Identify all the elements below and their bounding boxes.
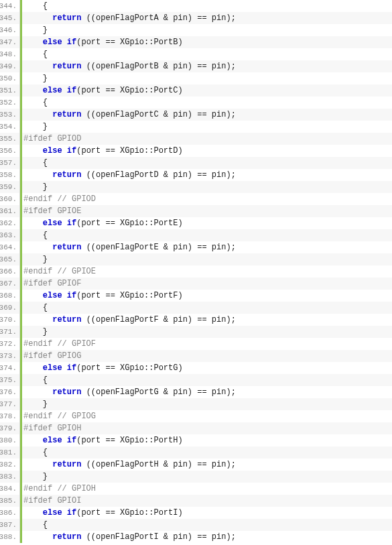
code-line[interactable]: 373.#ifdef GPIOG	[0, 350, 392, 362]
code-content[interactable]: }	[22, 24, 48, 36]
code-line[interactable]: 354. }	[0, 121, 392, 133]
line-number: 370.	[0, 314, 20, 326]
code-content[interactable]: {	[22, 374, 48, 386]
code-line[interactable]: 386. else if(port == XGpio::PortI)	[0, 507, 392, 519]
code-content[interactable]: else if(port == XGpio::PortG)	[22, 362, 183, 374]
code-line[interactable]: 360.#endif // GPIOD	[0, 193, 392, 205]
code-content[interactable]: #endif // GPIOE	[22, 265, 96, 278]
code-content[interactable]: }	[22, 398, 48, 410]
code-line[interactable]: 374. else if(port == XGpio::PortG)	[0, 362, 392, 374]
code-line[interactable]: 379.#ifdef GPIOH	[0, 422, 392, 434]
code-content[interactable]: {	[22, 302, 48, 314]
code-line[interactable]: 387. {	[0, 519, 392, 531]
code-line[interactable]: 344. {	[0, 0, 392, 12]
code-line[interactable]: 371. }	[0, 326, 392, 338]
code-line[interactable]: 369. {	[0, 302, 392, 314]
code-content[interactable]: else if(port == XGpio::PortH)	[22, 434, 183, 446]
code-content[interactable]: else if(port == XGpio::PortC)	[22, 84, 183, 97]
code-content[interactable]: return ((openFlagPortB & pin) == pin);	[22, 60, 236, 72]
code-content[interactable]: else if(port == XGpio::PortB)	[22, 36, 183, 48]
code-line[interactable]: 362. else if(port == XGpio::PortE)	[0, 217, 392, 229]
code-line[interactable]: 355.#ifdef GPIOD	[0, 133, 392, 145]
token-plain: ((openFlagPortC & pin) == pin);	[81, 110, 235, 119]
code-content[interactable]: #ifdef GPIOD	[22, 133, 81, 145]
code-line[interactable]: 356. else if(port == XGpio::PortD)	[0, 145, 392, 157]
code-line[interactable]: 347. else if(port == XGpio::PortB)	[0, 36, 392, 48]
code-line[interactable]: 377. }	[0, 398, 392, 410]
code-content[interactable]: }	[22, 121, 48, 133]
code-content[interactable]: }	[22, 72, 48, 84]
code-line[interactable]: 381. {	[0, 446, 392, 459]
code-line[interactable]: 351. else if(port == XGpio::PortC)	[0, 84, 392, 97]
code-line[interactable]: 350. }	[0, 72, 392, 84]
code-content[interactable]: {	[22, 0, 48, 12]
code-line[interactable]: 368. else if(port == XGpio::PortF)	[0, 290, 392, 302]
line-number: 346.	[0, 24, 20, 36]
code-line[interactable]: 384.#endif // GPIOH	[0, 483, 392, 495]
code-content[interactable]: return ((openFlagPortI & pin) == pin);	[22, 531, 236, 543]
code-content[interactable]: }	[22, 181, 48, 193]
code-line[interactable]: 361.#ifdef GPIOE	[0, 205, 392, 217]
code-content[interactable]: #ifdef GPIOH	[22, 422, 81, 434]
code-line[interactable]: 348. {	[0, 48, 392, 60]
code-content[interactable]: return ((openFlagPortE & pin) == pin);	[22, 241, 236, 253]
code-content[interactable]: #ifdef GPIOE	[22, 205, 81, 217]
code-line[interactable]: 382. return ((openFlagPortH & pin) == pi…	[0, 459, 392, 471]
token-kw: else	[43, 363, 62, 373]
code-content[interactable]: #ifdef GPIOF	[22, 278, 81, 290]
code-editor[interactable]: 344. {345. return ((openFlagPortA & pin)…	[0, 0, 392, 543]
code-line[interactable]: 363. {	[0, 229, 392, 241]
code-line[interactable]: 378.#endif // GPIOG	[0, 410, 392, 422]
token-kw: return	[52, 243, 81, 252]
code-content[interactable]: #endif // GPIOF	[22, 338, 96, 350]
code-content[interactable]: #endif // GPIOG	[22, 410, 96, 422]
code-line[interactable]: 388. return ((openFlagPortI & pin) == pi…	[0, 531, 392, 543]
code-line[interactable]: 353. return ((openFlagPortC & pin) == pi…	[0, 109, 392, 121]
code-content[interactable]: #endif // GPIOH	[22, 483, 96, 495]
code-line[interactable]: 372.#endif // GPIOF	[0, 338, 392, 350]
code-content[interactable]: else if(port == XGpio::PortD)	[22, 145, 183, 157]
code-line[interactable]: 357. {	[0, 157, 392, 169]
code-content[interactable]: {	[22, 97, 48, 109]
code-line[interactable]: 359. }	[0, 181, 392, 193]
code-content[interactable]: {	[22, 519, 48, 531]
token-plain: (port == XGpio::PortH)	[76, 436, 182, 445]
code-line[interactable]: 352. {	[0, 97, 392, 109]
token-kw: if	[67, 146, 76, 156]
code-content[interactable]: {	[22, 446, 48, 459]
code-content[interactable]: }	[22, 471, 48, 483]
code-content[interactable]: return ((openFlagPortG & pin) == pin);	[22, 386, 236, 398]
token-plain: (port == XGpio::PortF)	[76, 291, 182, 300]
code-content[interactable]: #ifdef GPIOG	[22, 350, 81, 362]
code-content[interactable]: {	[22, 157, 48, 169]
code-content[interactable]: else if(port == XGpio::PortE)	[22, 217, 183, 229]
code-content[interactable]: return ((openFlagPortC & pin) == pin);	[22, 109, 236, 121]
code-line[interactable]: 349. return ((openFlagPortB & pin) == pi…	[0, 60, 392, 72]
code-line[interactable]: 366.#endif // GPIOE	[0, 265, 392, 278]
code-line[interactable]: 346. }	[0, 24, 392, 36]
code-content[interactable]: else if(port == XGpio::PortF)	[22, 290, 183, 302]
code-content[interactable]: }	[22, 326, 48, 338]
code-line[interactable]: 364. return ((openFlagPortE & pin) == pi…	[0, 241, 392, 253]
code-line[interactable]: 358. return ((openFlagPortD & pin) == pi…	[0, 169, 392, 181]
code-line[interactable]: 385.#ifdef GPIOI	[0, 495, 392, 507]
code-content[interactable]: return ((openFlagPortA & pin) == pin);	[22, 12, 236, 24]
line-number: 379.	[0, 422, 20, 434]
code-content[interactable]: {	[22, 229, 48, 241]
code-content[interactable]: {	[22, 48, 48, 60]
code-content[interactable]: return ((openFlagPortF & pin) == pin);	[22, 314, 236, 326]
code-line[interactable]: 370. return ((openFlagPortF & pin) == pi…	[0, 314, 392, 326]
code-line[interactable]: 365. }	[0, 253, 392, 265]
code-line[interactable]: 380. else if(port == XGpio::PortH)	[0, 434, 392, 446]
code-content[interactable]: else if(port == XGpio::PortI)	[22, 507, 183, 519]
code-content[interactable]: #ifdef GPIOI	[22, 495, 81, 507]
code-content[interactable]: }	[22, 253, 48, 265]
code-line[interactable]: 375. {	[0, 374, 392, 386]
code-content[interactable]: return ((openFlagPortH & pin) == pin);	[22, 459, 236, 471]
code-content[interactable]: #endif // GPIOD	[22, 193, 96, 205]
code-content[interactable]: return ((openFlagPortD & pin) == pin);	[22, 169, 236, 181]
code-line[interactable]: 367.#ifdef GPIOF	[0, 278, 392, 290]
code-line[interactable]: 376. return ((openFlagPortG & pin) == pi…	[0, 386, 392, 398]
code-line[interactable]: 345. return ((openFlagPortA & pin) == pi…	[0, 12, 392, 24]
code-line[interactable]: 383. }	[0, 471, 392, 483]
